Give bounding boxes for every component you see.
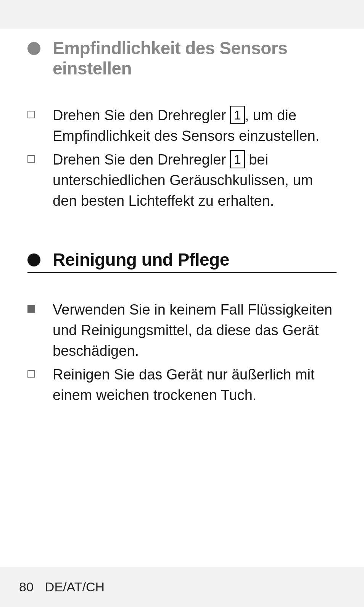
square-fill-icon (27, 300, 53, 313)
section-heading-sensitivity: Empfindlichkeit des Sensors einstellen (27, 38, 337, 79)
instruction-item: Drehen Sie den Drehregler 1 bei untersch… (27, 150, 337, 211)
checkbox-icon (27, 150, 53, 163)
instruction-text: Reinigen Sie das Gerät nur äußer­lich mi… (53, 365, 337, 406)
text-pre: Drehen Sie den Drehregler (53, 152, 230, 168)
section-title: Empfindlichkeit des Sensors einstellen (53, 38, 337, 79)
locale-label: DE/AT/CH (45, 580, 105, 594)
page-number: 80 (19, 580, 34, 594)
bullet-dot-icon (27, 42, 40, 55)
checkbox-icon (27, 105, 53, 118)
instruction-item: Reinigen Sie das Gerät nur äußer­lich mi… (27, 365, 337, 406)
instruction-item: Drehen Sie den Drehregler 1, um die Empf… (27, 105, 337, 147)
checkbox-icon (27, 365, 53, 378)
bullet-dot-icon (27, 253, 40, 266)
instruction-text: Drehen Sie den Drehregler 1, um die Empf… (53, 105, 337, 147)
section-title: Reinigung und Pflege (53, 250, 337, 270)
reference-box: 1 (230, 150, 245, 168)
reference-box: 1 (230, 106, 245, 124)
text-pre: Drehen Sie den Drehregler (53, 107, 230, 123)
instruction-text: Drehen Sie den Drehregler 1 bei untersch… (53, 150, 337, 211)
instruction-item: Verwenden Sie in keinem Fall Flüssigkeit… (27, 300, 337, 362)
instruction-text: Verwenden Sie in keinem Fall Flüssigkeit… (53, 300, 337, 362)
page-content: Empfindlichkeit des Sensors einstellen D… (0, 0, 364, 607)
page-footer: 80 DE/AT/CH (0, 567, 364, 607)
section-heading-cleaning: Reinigung und Pflege (27, 250, 337, 273)
